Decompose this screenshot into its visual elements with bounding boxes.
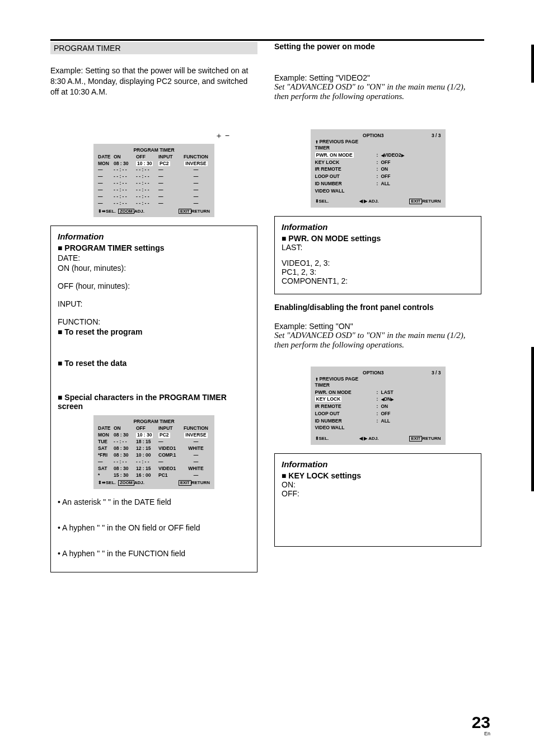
page-number: 23 En (472, 714, 490, 736)
footer-return: RETURN (422, 199, 441, 204)
option-row: KEY LOCK:OFF (315, 159, 441, 166)
th-func: FUNCTION (182, 154, 210, 161)
opt-colon: : (377, 152, 381, 159)
opt-value: LAST (381, 389, 441, 396)
info-title: Information (282, 222, 474, 232)
footer-adj: ◀ ▶ ADJ. (359, 436, 378, 442)
osd-page-indicator: 3 / 3 (432, 370, 441, 375)
info-subtitle: KEY LOCK settings (282, 471, 474, 480)
section-title: Enabling/disabling the front panel contr… (274, 303, 481, 312)
opt-colon: : (377, 396, 381, 403)
cell: - - : - - (136, 167, 158, 173)
cell: - - : - - (136, 187, 158, 194)
osd-option3-2: OPTION33 / 3 PREVIOUS PAGE TIMERPWR. ON … (311, 367, 446, 445)
cell: MON (98, 161, 114, 167)
opt-value: ALL (381, 417, 441, 425)
info-reset-data: To reset the data (58, 359, 250, 368)
opt-label: IR REMOTE (315, 403, 377, 410)
opt-value: OFF (381, 173, 441, 180)
th-on: ON (114, 154, 136, 161)
table-row: MON08 : 3010 : 30PC2INVERSE (98, 432, 210, 439)
opt-label: VIDEO WALL (315, 187, 377, 195)
footer-sel: ⬍SEL. (315, 436, 329, 442)
info-input: INPUT: (58, 299, 250, 308)
page-num-suffix: En (472, 731, 490, 736)
opt-label: PWR. ON MODE (315, 389, 377, 396)
cell: — (158, 194, 182, 200)
opt-label: TIMER (315, 382, 377, 389)
footer-exit: EXIT (409, 436, 422, 442)
cell: — (158, 459, 182, 466)
option-row: PWR. ON MODE:LAST (315, 389, 441, 396)
cell: - - : - - (114, 187, 136, 194)
th-input: INPUT (158, 154, 182, 161)
osd-option-title: OPTION3 (363, 133, 383, 138)
cell: COMP.1 (158, 452, 182, 459)
opt-label: LOOP OUT (315, 410, 377, 417)
cell: 08 : 30 (114, 452, 136, 459)
th-off: OFF (136, 425, 158, 432)
page-num-big: 23 (472, 713, 490, 731)
cell: 08 : 30 (114, 466, 136, 472)
cell: - - : - - (114, 173, 136, 180)
osd-title: PROGRAM TIMER (98, 419, 210, 424)
cell: 08 : 30 (114, 445, 136, 452)
cell: VIDEO1 (158, 466, 182, 472)
info-last: LAST: (282, 243, 474, 252)
th-input: INPUT (158, 425, 182, 432)
instruction-text: Set "ADVANCED OSD" to "ON" in the main m… (274, 82, 481, 101)
table-row: SAT08 : 3012 : 15VIDEO1WHITE (98, 466, 210, 472)
cell: INVERSE (182, 432, 210, 439)
cell: — (98, 194, 114, 200)
table-row: —- - : - -- - : - -—— (98, 187, 210, 194)
side-tab-english: English (531, 45, 534, 83)
table-row: SAT08 : 3012 : 15VIDEO1WHITE (98, 445, 210, 452)
option-row: IR REMOTE:ON (315, 403, 441, 410)
info-title: Information (58, 232, 250, 241)
opt-label: KEY LOCK (315, 159, 377, 166)
opt-colon: : (377, 173, 381, 180)
table-row: —- - : - -- - : - -—— (98, 200, 210, 207)
instruction-text: Set "ADVANCED OSD" to "ON" in the main m… (274, 331, 481, 350)
cell: - - : - - (114, 459, 136, 466)
cell: - - : - - (136, 200, 158, 207)
cell: — (158, 200, 182, 207)
option-row: VIDEO WALL (315, 424, 441, 431)
bullet-hyphen-func: • A hyphen " " in the FUNCTION field (58, 549, 250, 558)
cell: - - : - - (136, 194, 158, 200)
opt-label: KEY LOCK (315, 396, 377, 403)
opt-colon: : (377, 166, 381, 173)
cell: — (98, 200, 114, 207)
table-row: —- - : - -- - : - -—— (98, 167, 210, 173)
opt-colon: : (377, 417, 381, 425)
opt-value: ON (381, 166, 441, 173)
cell: — (182, 167, 210, 173)
info-subtitle: PROGRAM TIMER settings (58, 243, 250, 252)
cell: SAT (98, 445, 114, 452)
info-component: COMPONENT1, 2: (282, 276, 474, 285)
footer-return: RETURN (191, 480, 210, 485)
cell: *FRI (98, 452, 114, 459)
th-date: DATE (98, 425, 114, 432)
table-row: —- - : - -- - : - -—— (98, 459, 210, 466)
info-keylock-on: ON: (282, 480, 474, 489)
footer-exit: EXIT (179, 480, 191, 486)
opt-label: IR REMOTE (315, 166, 377, 173)
option-row: VIDEO WALL (315, 187, 441, 195)
cell: - - : - - (136, 173, 158, 180)
cell: - - : - - (114, 200, 136, 207)
section-title: Setting the power on mode (274, 42, 481, 51)
cell: — (158, 187, 182, 194)
th-off: OFF (136, 154, 158, 161)
cell: - - : - - (136, 180, 158, 187)
th-date: DATE (98, 154, 114, 161)
cell: TUE (98, 439, 114, 445)
option-row: ID NUMBER:ALL (315, 180, 441, 187)
cell: — (98, 167, 114, 173)
osd-option3-1: OPTION33 / 3 PREVIOUS PAGE TIMERPWR. ON … (311, 129, 446, 208)
cell: — (158, 173, 182, 180)
cell: * (98, 472, 114, 479)
example-text: Example: Setting "ON" (274, 322, 481, 331)
footer-sel: ⬍SEL. (315, 199, 329, 204)
osd-program-timer-1: PROGRAM TIMER DATE ON OFF INPUT FUNCTION… (93, 144, 214, 218)
